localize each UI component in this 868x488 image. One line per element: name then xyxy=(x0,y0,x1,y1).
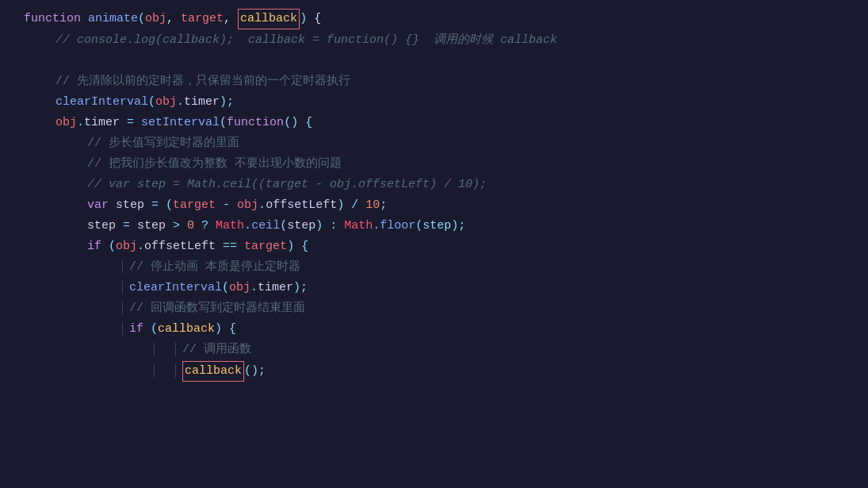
keyword-function: function xyxy=(24,10,88,29)
fn-clearInterval: clearInterval xyxy=(55,93,148,112)
code-line-10: var step = (target - obj.offsetLeft) / 1… xyxy=(0,195,868,216)
code-line-12: if (obj.offsetLeft == target) { xyxy=(0,236,868,257)
code-line-5: clearInterval(obj.timer); xyxy=(0,92,868,113)
code-line-6: obj.timer = setInterval(function() { xyxy=(0,113,868,133)
param-target: target xyxy=(181,10,224,29)
fn-animate: animate xyxy=(88,10,138,29)
code-line-11: step = step > 0 ? Math.ceil(step) : Math… xyxy=(0,216,868,236)
code-line-17: │ │// 调用函数 xyxy=(0,340,868,360)
code-line-9: // var step = Math.ceil((target - obj.of… xyxy=(0,175,868,195)
code-line-14: │clearInterval(obj.timer); xyxy=(0,278,868,298)
code-line-2: // console.log(callback); callback = fun… xyxy=(0,30,868,51)
code-line-16: │if (callback) { xyxy=(0,319,868,340)
comment-line2: // console.log(callback); callback = fun… xyxy=(55,31,557,50)
code-line-15: │// 回调函数写到定时器结束里面 xyxy=(0,298,868,319)
code-editor: function animate(obj, target, callback) … xyxy=(0,0,868,488)
punct-paren: ( xyxy=(138,10,145,29)
callback-call-highlighted: callback xyxy=(182,361,244,382)
code-line-1: function animate(obj, target, callback) … xyxy=(0,8,868,30)
param-callback-highlighted: callback xyxy=(238,9,300,29)
code-line-4: // 先清除以前的定时器，只保留当前的一个定时器执行 xyxy=(0,71,868,92)
code-line-18: │ │callback(); xyxy=(0,360,868,382)
code-line-8: // 把我们步长值改为整数 不要出现小数的问题 xyxy=(0,154,868,175)
code-line-13: │// 停止动画 本质是停止定时器 xyxy=(0,257,868,278)
code-line-empty1 xyxy=(0,51,868,71)
code-line-7: // 步长值写到定时器的里面 xyxy=(0,133,868,154)
comment-line4: // 先清除以前的定时器，只保留当前的一个定时器执行 xyxy=(55,72,350,91)
param-obj: obj xyxy=(145,10,166,29)
